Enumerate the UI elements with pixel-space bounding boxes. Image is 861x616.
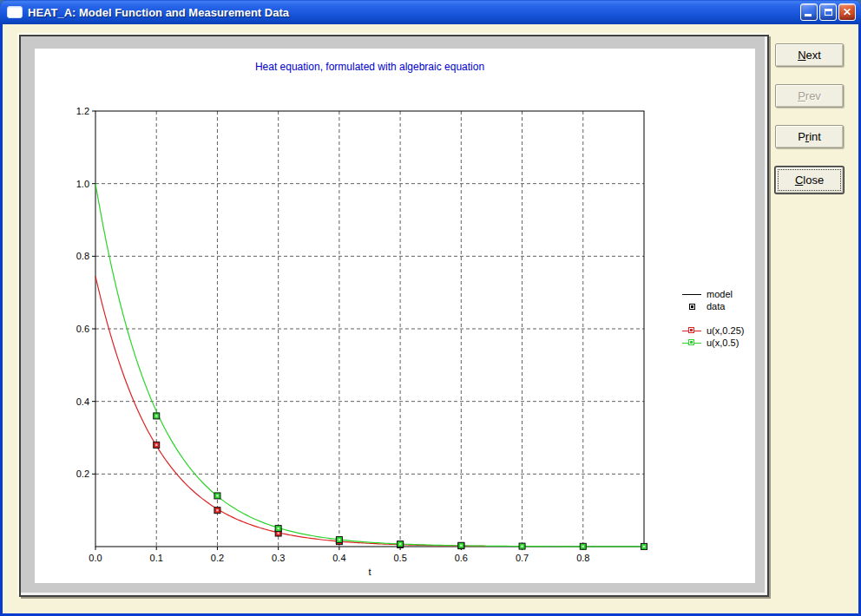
svg-text:0.8: 0.8 — [576, 553, 589, 563]
chart-area: 0.00.10.20.30.40.50.60.70.80.20.40.60.81… — [35, 49, 755, 583]
client-area: 0.00.10.20.30.40.50.60.70.80.20.40.60.81… — [3, 24, 858, 613]
legend-row-model: model — [681, 288, 744, 300]
data-markers-0 — [154, 442, 464, 548]
svg-text:0.2: 0.2 — [211, 553, 224, 563]
svg-text:0.6: 0.6 — [455, 553, 468, 563]
prev-button[interactable]: Prev — [775, 84, 844, 108]
svg-text:0.7: 0.7 — [516, 553, 529, 563]
legend-row-data: data — [681, 300, 744, 312]
legend-series-1-label: u(x,0.5) — [707, 337, 739, 348]
svg-text:0.8: 0.8 — [76, 251, 89, 261]
chart-legend: model data u(x,0.25) u(x,0.5) — [681, 288, 744, 349]
app-window: HEAT_A: Model Function and Measurement D… — [0, 0, 861, 616]
legend-spacer — [681, 312, 744, 324]
legend-data-label: data — [707, 301, 725, 311]
x-axis-label: t — [95, 567, 644, 577]
app-icon — [7, 6, 23, 18]
window-title: HEAT_A: Model Function and Measurement D… — [28, 6, 800, 19]
maximize-icon — [825, 9, 832, 16]
legend-row-series-0: u(x,0.25) — [681, 324, 744, 337]
svg-text:0.1: 0.1 — [150, 553, 163, 563]
minimize-button[interactable] — [800, 3, 818, 21]
model-curve-0 — [95, 276, 485, 546]
data-marker-icon — [681, 304, 702, 310]
plot-series — [95, 184, 647, 550]
svg-text:0.3: 0.3 — [272, 553, 285, 563]
close-button[interactable]: Close — [775, 167, 844, 193]
plot-axes: 0.00.10.20.30.40.50.60.70.80.20.40.60.81… — [76, 106, 644, 563]
svg-text:0.4: 0.4 — [76, 396, 89, 407]
series-1-marker-icon — [681, 343, 702, 344]
chart-panel: 0.00.10.20.30.40.50.60.70.80.20.40.60.81… — [19, 35, 769, 597]
print-button[interactable]: Print — [775, 125, 844, 148]
legend-row-series-1: u(x,0.5) — [681, 337, 744, 349]
model-line-icon — [681, 294, 702, 295]
window-controls: ✕ — [800, 3, 856, 21]
svg-text:0.2: 0.2 — [76, 469, 89, 479]
chart-title: Heat equation, formulated with algebraic… — [95, 61, 644, 73]
legend-series-0-label: u(x,0.25) — [707, 325, 744, 336]
plot-grid — [95, 111, 644, 547]
svg-text:1.2: 1.2 — [76, 106, 89, 116]
close-icon: ✕ — [843, 7, 851, 17]
next-button[interactable]: Next — [775, 43, 844, 67]
svg-text:0.4: 0.4 — [332, 553, 345, 563]
svg-text:0.5: 0.5 — [393, 553, 406, 563]
plot-svg: 0.00.10.20.30.40.50.60.70.80.20.40.60.81… — [35, 49, 755, 583]
legend-model-label: model — [707, 289, 733, 299]
svg-text:1.0: 1.0 — [76, 179, 89, 189]
model-curve-1 — [95, 184, 644, 547]
series-0-marker-icon — [681, 331, 702, 331]
close-window-button[interactable]: ✕ — [838, 3, 856, 21]
minimize-icon — [805, 14, 812, 16]
maximize-button[interactable] — [819, 3, 837, 21]
svg-text:0.0: 0.0 — [89, 553, 102, 563]
svg-text:0.6: 0.6 — [76, 324, 89, 334]
window-titlebar[interactable]: HEAT_A: Model Function and Measurement D… — [0, 0, 861, 24]
